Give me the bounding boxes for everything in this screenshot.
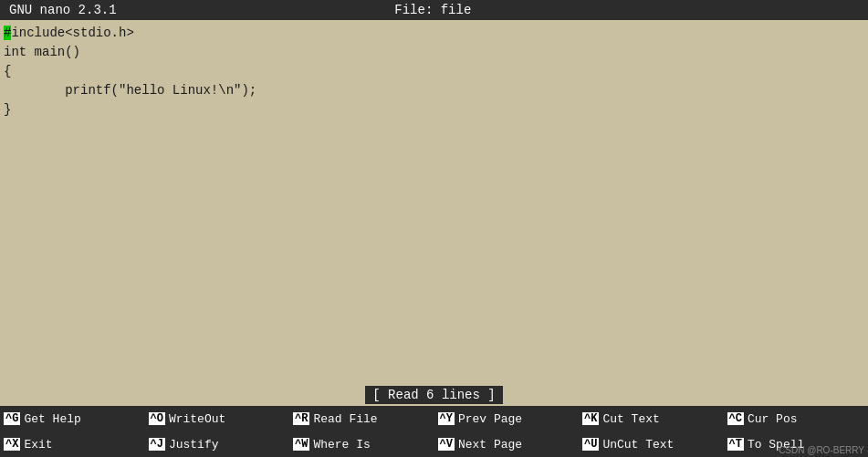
- watermark: CSDN @RO-BERRY: [779, 445, 864, 455]
- shortcut-key: ^R: [293, 412, 309, 425]
- shortcut-item[interactable]: ^UUnCut Text: [579, 436, 724, 453]
- shortcut-item[interactable]: ^YPrev Page: [434, 410, 580, 428]
- code-line: #include<stdio.h>: [4, 24, 864, 43]
- shortcut-item[interactable]: ^WWhere Is: [289, 436, 434, 453]
- shortcut-key: ^U: [582, 438, 599, 451]
- code-line: }: [4, 100, 864, 119]
- shortcut-item[interactable]: ^CCur Pos: [724, 410, 869, 428]
- shortcut-key: ^T: [727, 438, 744, 451]
- shortcut-item[interactable]: ^JJustify: [145, 436, 290, 453]
- file-name: File: file: [117, 3, 749, 17]
- shortcut-item[interactable]: ^RRead File: [289, 410, 434, 428]
- shortcut-item[interactable]: ^VNext Page: [434, 436, 580, 453]
- shortcut-label: Cur Pos: [748, 412, 798, 426]
- title-bar: GNU nano 2.3.1 File: file: [0, 0, 868, 20]
- shortcut-key: ^W: [293, 438, 309, 451]
- shortcut-item[interactable]: ^KCut Text: [579, 410, 724, 428]
- shortcut-key: ^K: [582, 412, 599, 425]
- shortcut-label: Cut Text: [602, 412, 659, 426]
- shortcut-item[interactable]: ^XExit: [0, 436, 145, 453]
- shortcut-key: ^V: [438, 438, 455, 451]
- shortcut-key: ^G: [4, 412, 20, 425]
- shortcut-item[interactable]: ^OWriteOut: [145, 410, 290, 428]
- shortcut-label: Read File: [313, 412, 377, 426]
- shortcut-key: ^C: [727, 412, 744, 425]
- shortcut-label: Get Help: [24, 412, 80, 426]
- shortcut-label: Prev Page: [458, 412, 522, 426]
- shortcut-key: ^J: [149, 438, 165, 451]
- shortcut-label: Next Page: [458, 438, 522, 452]
- shortcut-key: ^X: [4, 438, 20, 451]
- shortcut-label: UnCut Text: [602, 438, 674, 452]
- code-line: int main(): [4, 43, 864, 62]
- shortcut-item[interactable]: ^GGet Help: [0, 410, 145, 428]
- code-line: {: [4, 62, 864, 81]
- app-name: GNU nano 2.3.1: [9, 3, 117, 17]
- shortcut-label: Justify: [169, 438, 219, 452]
- editor-area[interactable]: #include<stdio.h>int main(){ printf("hel…: [0, 20, 868, 377]
- code-line: printf("hello Linux!\n");: [4, 81, 864, 100]
- shortcut-label: Where Is: [313, 438, 370, 452]
- status-message: [ Read 6 lines ]: [365, 386, 502, 404]
- shortcut-key: ^Y: [438, 412, 455, 425]
- shortcut-label: WriteOut: [169, 412, 225, 426]
- shortcut-label: Exit: [24, 438, 52, 452]
- status-bar: [ Read 6 lines ]: [0, 386, 868, 404]
- shortcuts-bar: ^GGet Help^OWriteOut^RRead File^YPrev Pa…: [0, 406, 868, 457]
- shortcut-key: ^O: [149, 412, 165, 425]
